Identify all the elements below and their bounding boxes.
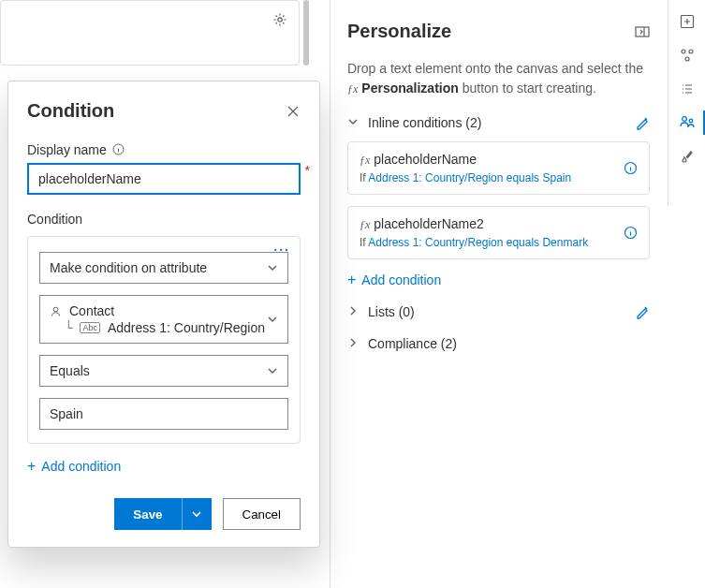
modal-add-condition[interactable]: + Add condition — [27, 459, 301, 474]
chevron-down-icon — [267, 262, 278, 273]
add-condition-label: Add condition — [41, 459, 121, 474]
contact-icon — [50, 305, 62, 317]
condition-modal: Condition Display name * Condition ··· M… — [7, 81, 320, 548]
gear-icon[interactable] — [272, 12, 287, 27]
chevron-right-icon — [347, 305, 360, 318]
modal-title: Condition — [27, 100, 114, 122]
personalize-panel: Personalize Drop a text element onto the… — [330, 0, 667, 588]
scrollbar[interactable] — [303, 0, 309, 66]
condition-builder: ··· Make condition on attribute Contact … — [27, 236, 301, 444]
tree-connector-icon: └ — [65, 320, 72, 335]
fx-icon: ƒx — [360, 218, 370, 231]
fx-icon: ƒx — [347, 82, 358, 96]
elements-icon[interactable] — [679, 47, 696, 64]
condition-name: placeholderName — [374, 152, 477, 167]
brush-icon[interactable] — [679, 148, 696, 165]
chevron-down-icon — [267, 314, 278, 325]
section-inline-conditions[interactable]: Inline conditions (2) — [347, 115, 650, 130]
section-label: Lists (0) — [368, 304, 415, 319]
svg-point-0 — [278, 18, 282, 22]
fx-icon: ƒx — [360, 154, 370, 167]
info-icon[interactable] — [112, 143, 125, 156]
hint-bold: Personalization — [361, 81, 458, 96]
select-value: Equals — [50, 363, 90, 378]
add-condition-link[interactable]: + Add condition — [347, 272, 650, 287]
personalize-icon[interactable] — [679, 114, 696, 131]
condition-card[interactable]: ƒxplaceholderName If Address 1: Country/… — [347, 141, 650, 195]
edit-inline-conditions-icon[interactable] — [635, 115, 650, 130]
svg-point-3 — [689, 50, 693, 53]
display-name-input[interactable] — [27, 163, 301, 195]
condition-link[interactable]: Address 1: Country/Region equals Spain — [368, 171, 571, 184]
section-label: Inline conditions (2) — [368, 115, 481, 130]
if-prefix: If — [360, 171, 368, 184]
text-type-icon: Abc — [80, 322, 100, 333]
canvas-element-card — [0, 0, 300, 66]
cancel-button[interactable]: Cancel — [223, 498, 301, 530]
if-prefix: If — [360, 236, 368, 249]
label-text: Display name — [27, 142, 107, 157]
info-icon[interactable] — [624, 161, 638, 175]
operator-select[interactable]: Equals — [39, 355, 288, 387]
plus-icon: + — [347, 272, 356, 287]
svg-point-4 — [685, 57, 689, 61]
value-input[interactable]: Spain — [39, 398, 288, 430]
section-lists[interactable]: Lists (0) — [347, 304, 650, 319]
section-compliance[interactable]: Compliance (2) — [347, 336, 650, 351]
panel-collapse-icon[interactable] — [635, 25, 650, 38]
attribute-select[interactable]: Contact └ Abc Address 1: Country/Region — [39, 295, 288, 344]
panel-title: Personalize — [347, 21, 451, 42]
edit-lists-icon[interactable] — [635, 304, 650, 319]
input-value: Spain — [50, 406, 83, 421]
info-icon[interactable] — [624, 226, 638, 240]
condition-link[interactable]: Address 1: Country/Region equals Denmark — [368, 236, 588, 249]
chevron-down-icon — [267, 365, 278, 376]
section-label: Compliance (2) — [368, 336, 457, 351]
chevron-down-icon — [347, 116, 360, 129]
entity-name: Contact — [69, 303, 114, 318]
add-condition-label: Add condition — [361, 272, 441, 287]
condition-type-select[interactable]: Make condition on attribute — [39, 252, 288, 284]
save-button[interactable]: Save — [114, 498, 181, 530]
close-icon[interactable] — [286, 104, 301, 119]
condition-label: Condition — [27, 212, 301, 227]
condition-name: placeholderName2 — [374, 216, 484, 231]
right-rail — [668, 0, 705, 206]
plus-icon: + — [27, 459, 36, 474]
save-dropdown-button[interactable] — [182, 498, 212, 530]
more-icon[interactable]: ··· — [273, 243, 290, 257]
svg-point-2 — [682, 50, 685, 53]
required-indicator: * — [305, 163, 310, 178]
svg-point-5 — [682, 117, 686, 122]
chevron-right-icon — [347, 337, 360, 350]
add-panel-icon[interactable] — [679, 13, 696, 30]
svg-point-6 — [689, 119, 693, 123]
hint-pre: Drop a text element onto the canvas and … — [347, 61, 643, 76]
condition-card[interactable]: ƒxplaceholderName2 If Address 1: Country… — [347, 206, 650, 259]
select-value: Make condition on attribute — [50, 260, 207, 275]
svg-point-11 — [53, 307, 58, 312]
hint-post: button to start creating. — [459, 81, 596, 96]
attribute-name: Address 1: Country/Region — [108, 320, 265, 335]
list-icon[interactable] — [679, 81, 696, 97]
label-text: Condition — [27, 212, 82, 227]
display-name-label: Display name — [27, 142, 301, 157]
panel-hint: Drop a text element onto the canvas and … — [347, 59, 650, 98]
save-split-button: Save — [114, 498, 211, 530]
